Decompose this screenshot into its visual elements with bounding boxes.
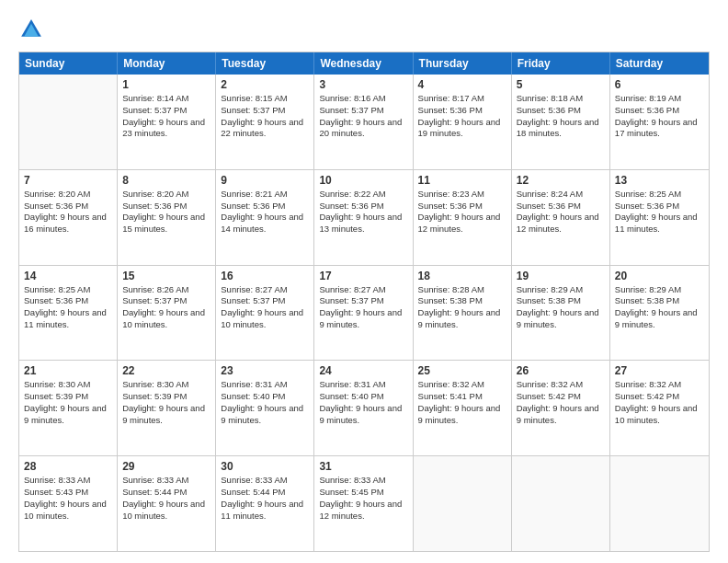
day-number: 22 bbox=[122, 364, 210, 377]
header-day-tuesday: Tuesday bbox=[216, 52, 314, 75]
calendar-row-4: 28Sunrise: 8:33 AMSunset: 5:43 PMDayligh… bbox=[19, 455, 709, 551]
calendar-cell bbox=[610, 456, 709, 551]
cell-details: Sunrise: 8:30 AMSunset: 5:39 PMDaylight:… bbox=[122, 379, 210, 426]
calendar-cell: 20Sunrise: 8:29 AMSunset: 5:38 PMDayligh… bbox=[610, 266, 709, 361]
calendar-cell: 8Sunrise: 8:20 AMSunset: 5:36 PMDaylight… bbox=[118, 170, 216, 265]
header-day-saturday: Saturday bbox=[610, 52, 709, 75]
header-day-friday: Friday bbox=[512, 52, 610, 75]
day-number: 8 bbox=[122, 174, 210, 187]
calendar-cell bbox=[414, 456, 512, 551]
cell-details: Sunrise: 8:32 AMSunset: 5:41 PMDaylight:… bbox=[418, 379, 506, 426]
day-number: 12 bbox=[517, 174, 605, 187]
calendar-row-1: 7Sunrise: 8:20 AMSunset: 5:36 PMDaylight… bbox=[19, 169, 709, 265]
cell-details: Sunrise: 8:30 AMSunset: 5:39 PMDaylight:… bbox=[24, 379, 112, 426]
cell-details: Sunrise: 8:31 AMSunset: 5:40 PMDaylight:… bbox=[319, 379, 407, 426]
day-number: 26 bbox=[517, 364, 605, 377]
header-day-thursday: Thursday bbox=[414, 52, 512, 75]
calendar-cell: 10Sunrise: 8:22 AMSunset: 5:36 PMDayligh… bbox=[314, 170, 413, 265]
calendar-cell: 28Sunrise: 8:33 AMSunset: 5:43 PMDayligh… bbox=[19, 456, 118, 551]
day-number: 30 bbox=[221, 460, 309, 473]
cell-details: Sunrise: 8:27 AMSunset: 5:37 PMDaylight:… bbox=[221, 284, 309, 331]
day-number: 2 bbox=[221, 78, 309, 91]
calendar-cell: 31Sunrise: 8:33 AMSunset: 5:45 PMDayligh… bbox=[314, 456, 413, 551]
calendar-cell: 21Sunrise: 8:30 AMSunset: 5:39 PMDayligh… bbox=[19, 361, 118, 455]
cell-details: Sunrise: 8:22 AMSunset: 5:36 PMDaylight:… bbox=[319, 189, 407, 236]
day-number: 25 bbox=[418, 364, 506, 377]
calendar-cell: 22Sunrise: 8:30 AMSunset: 5:39 PMDayligh… bbox=[118, 361, 216, 455]
day-number: 6 bbox=[615, 78, 704, 91]
calendar-cell: 15Sunrise: 8:26 AMSunset: 5:37 PMDayligh… bbox=[118, 266, 216, 361]
calendar-cell: 24Sunrise: 8:31 AMSunset: 5:40 PMDayligh… bbox=[314, 361, 413, 455]
cell-details: Sunrise: 8:32 AMSunset: 5:42 PMDaylight:… bbox=[615, 379, 704, 426]
cell-details: Sunrise: 8:33 AMSunset: 5:43 PMDaylight:… bbox=[24, 475, 112, 522]
day-number: 9 bbox=[221, 174, 309, 187]
calendar-cell: 25Sunrise: 8:32 AMSunset: 5:41 PMDayligh… bbox=[414, 361, 512, 455]
day-number: 21 bbox=[24, 364, 112, 377]
cell-details: Sunrise: 8:26 AMSunset: 5:37 PMDaylight:… bbox=[122, 284, 210, 331]
day-number: 29 bbox=[122, 460, 210, 473]
cell-details: Sunrise: 8:27 AMSunset: 5:37 PMDaylight:… bbox=[319, 284, 407, 331]
calendar-cell: 7Sunrise: 8:20 AMSunset: 5:36 PMDaylight… bbox=[19, 170, 118, 265]
logo-icon bbox=[18, 17, 44, 42]
calendar-cell: 26Sunrise: 8:32 AMSunset: 5:42 PMDayligh… bbox=[512, 361, 610, 455]
day-number: 5 bbox=[517, 78, 605, 91]
day-number: 18 bbox=[418, 270, 506, 282]
day-number: 28 bbox=[24, 460, 112, 473]
calendar-cell: 11Sunrise: 8:23 AMSunset: 5:36 PMDayligh… bbox=[414, 170, 512, 265]
day-number: 24 bbox=[319, 364, 407, 377]
cell-details: Sunrise: 8:19 AMSunset: 5:36 PMDaylight:… bbox=[615, 93, 704, 140]
day-number: 13 bbox=[615, 174, 704, 187]
calendar-cell: 23Sunrise: 8:31 AMSunset: 5:40 PMDayligh… bbox=[216, 361, 314, 455]
cell-details: Sunrise: 8:29 AMSunset: 5:38 PMDaylight:… bbox=[615, 284, 704, 331]
day-number: 16 bbox=[221, 270, 309, 282]
day-number: 23 bbox=[221, 364, 309, 377]
calendar-cell bbox=[19, 75, 118, 169]
header bbox=[18, 17, 710, 42]
day-number: 31 bbox=[319, 460, 407, 473]
day-number: 15 bbox=[122, 270, 210, 282]
calendar-cell: 27Sunrise: 8:32 AMSunset: 5:42 PMDayligh… bbox=[610, 361, 709, 455]
cell-details: Sunrise: 8:25 AMSunset: 5:36 PMDaylight:… bbox=[615, 189, 704, 236]
day-number: 1 bbox=[122, 78, 210, 91]
cell-details: Sunrise: 8:33 AMSunset: 5:44 PMDaylight:… bbox=[221, 475, 309, 522]
cell-details: Sunrise: 8:20 AMSunset: 5:36 PMDaylight:… bbox=[24, 189, 112, 236]
logo bbox=[18, 17, 48, 42]
cell-details: Sunrise: 8:14 AMSunset: 5:37 PMDaylight:… bbox=[122, 93, 210, 140]
day-number: 19 bbox=[517, 270, 605, 282]
calendar-cell: 29Sunrise: 8:33 AMSunset: 5:44 PMDayligh… bbox=[118, 456, 216, 551]
calendar-cell: 14Sunrise: 8:25 AMSunset: 5:36 PMDayligh… bbox=[19, 266, 118, 361]
calendar-cell: 13Sunrise: 8:25 AMSunset: 5:36 PMDayligh… bbox=[610, 170, 709, 265]
calendar-cell: 4Sunrise: 8:17 AMSunset: 5:36 PMDaylight… bbox=[414, 75, 512, 169]
cell-details: Sunrise: 8:33 AMSunset: 5:45 PMDaylight:… bbox=[319, 475, 407, 522]
day-number: 7 bbox=[24, 174, 112, 187]
day-number: 20 bbox=[615, 270, 704, 282]
calendar-cell: 5Sunrise: 8:18 AMSunset: 5:36 PMDaylight… bbox=[512, 75, 610, 169]
cell-details: Sunrise: 8:17 AMSunset: 5:36 PMDaylight:… bbox=[418, 93, 506, 140]
calendar-cell: 6Sunrise: 8:19 AMSunset: 5:36 PMDaylight… bbox=[610, 75, 709, 169]
calendar-header: SundayMondayTuesdayWednesdayThursdayFrid… bbox=[19, 52, 709, 75]
day-number: 27 bbox=[615, 364, 704, 377]
header-day-wednesday: Wednesday bbox=[314, 52, 413, 75]
cell-details: Sunrise: 8:24 AMSunset: 5:36 PMDaylight:… bbox=[517, 189, 605, 236]
calendar-cell: 9Sunrise: 8:21 AMSunset: 5:36 PMDaylight… bbox=[216, 170, 314, 265]
day-number: 4 bbox=[418, 78, 506, 91]
cell-details: Sunrise: 8:21 AMSunset: 5:36 PMDaylight:… bbox=[221, 189, 309, 236]
calendar-cell: 30Sunrise: 8:33 AMSunset: 5:44 PMDayligh… bbox=[216, 456, 314, 551]
calendar-body: 1Sunrise: 8:14 AMSunset: 5:37 PMDaylight… bbox=[19, 75, 709, 551]
cell-details: Sunrise: 8:33 AMSunset: 5:44 PMDaylight:… bbox=[122, 475, 210, 522]
calendar-cell: 19Sunrise: 8:29 AMSunset: 5:38 PMDayligh… bbox=[512, 266, 610, 361]
calendar-cell: 12Sunrise: 8:24 AMSunset: 5:36 PMDayligh… bbox=[512, 170, 610, 265]
cell-details: Sunrise: 8:23 AMSunset: 5:36 PMDaylight:… bbox=[418, 189, 506, 236]
cell-details: Sunrise: 8:28 AMSunset: 5:38 PMDaylight:… bbox=[418, 284, 506, 331]
calendar-row-2: 14Sunrise: 8:25 AMSunset: 5:36 PMDayligh… bbox=[19, 265, 709, 361]
day-number: 17 bbox=[319, 270, 407, 282]
cell-details: Sunrise: 8:31 AMSunset: 5:40 PMDaylight:… bbox=[221, 379, 309, 426]
calendar-cell: 17Sunrise: 8:27 AMSunset: 5:37 PMDayligh… bbox=[314, 266, 413, 361]
calendar-row-3: 21Sunrise: 8:30 AMSunset: 5:39 PMDayligh… bbox=[19, 360, 709, 455]
day-number: 11 bbox=[418, 174, 506, 187]
calendar-row-0: 1Sunrise: 8:14 AMSunset: 5:37 PMDaylight… bbox=[19, 75, 709, 169]
cell-details: Sunrise: 8:15 AMSunset: 5:37 PMDaylight:… bbox=[221, 93, 309, 140]
calendar-cell: 16Sunrise: 8:27 AMSunset: 5:37 PMDayligh… bbox=[216, 266, 314, 361]
day-number: 3 bbox=[319, 78, 407, 91]
calendar-cell bbox=[512, 456, 610, 551]
